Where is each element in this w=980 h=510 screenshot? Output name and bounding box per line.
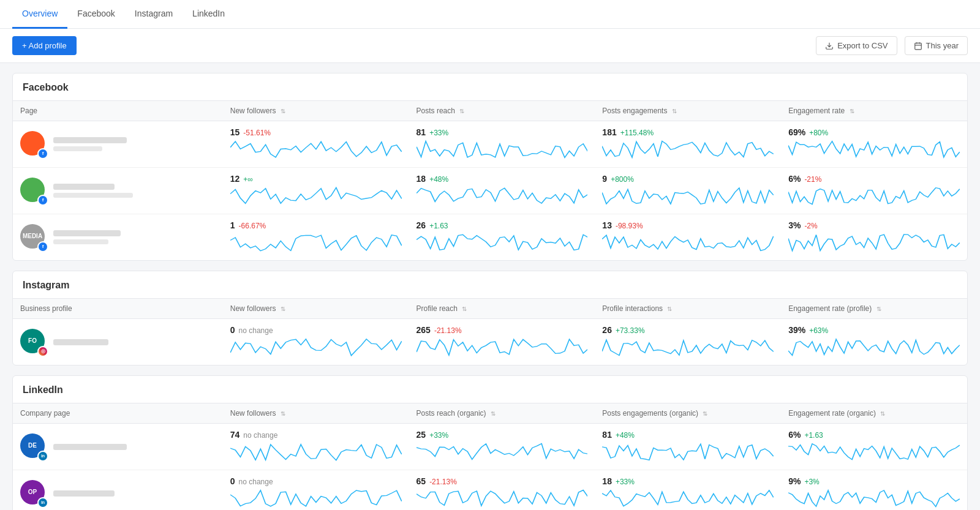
metric-value: 1 xyxy=(230,220,235,230)
linkedin-badge: in xyxy=(37,451,48,462)
metric-cell: 0 no change xyxy=(230,325,402,359)
metric-cell: 1 -66.67% xyxy=(230,220,402,254)
metric-top: 12 +∞ xyxy=(230,174,402,184)
profile-cell[interactable]: f xyxy=(20,178,216,204)
metric-value: 18 xyxy=(417,174,426,184)
export-csv-button[interactable]: Export to CSV xyxy=(816,36,897,55)
sparkline-container xyxy=(230,140,402,161)
metric-change: +48% xyxy=(429,175,448,184)
avatar-wrap: FO ◎ xyxy=(20,329,47,356)
toolbar-right: Export to CSV This year xyxy=(816,36,968,55)
metric-top: 1 -66.67% xyxy=(230,220,402,230)
avatar-wrap: f xyxy=(20,131,47,158)
linkedin-col-engagement-rate[interactable]: Engagement rate (organic) ⇅ xyxy=(781,403,967,424)
sparkline-container xyxy=(417,186,588,208)
metric-value: 0 xyxy=(230,325,235,335)
metric-top: 0 no change xyxy=(230,476,402,486)
instagram-col-reach[interactable]: Profile reach ⇅ xyxy=(409,299,595,319)
sparkline-container xyxy=(788,442,960,463)
profile-cell-td: OP in xyxy=(13,470,223,511)
metric-cell-2: 181 +115.48% xyxy=(595,121,781,168)
metric-value: 81 xyxy=(417,127,426,137)
facebook-badge: f xyxy=(37,195,48,206)
facebook-col-engagements[interactable]: Posts engagements ⇅ xyxy=(595,101,781,121)
instagram-col-engagement-rate[interactable]: Engagement rate (profile) ⇅ xyxy=(781,299,967,319)
toolbar: + Add profile Export to CSV This year xyxy=(0,29,980,63)
metric-cell-3: 39% +63% xyxy=(781,319,967,366)
tab-linkedin[interactable]: LinkedIn xyxy=(183,0,235,29)
metric-top: 6% -21% xyxy=(788,174,960,184)
date-range-button[interactable]: This year xyxy=(905,36,968,55)
tab-overview[interactable]: Overview xyxy=(12,0,67,29)
linkedin-col-reach[interactable]: Posts reach (organic) ⇅ xyxy=(409,403,595,424)
sparkline-container xyxy=(417,140,588,161)
metric-cell-3: 6% -21% xyxy=(781,168,967,214)
metric-value: 9 xyxy=(602,174,607,184)
profile-name-block xyxy=(53,230,121,244)
metric-cell-0: 74 no change xyxy=(223,424,409,470)
profile-cell[interactable]: OP in xyxy=(20,480,216,507)
metric-cell-1: 265 -21.13% xyxy=(409,319,595,366)
instagram-badge: ◎ xyxy=(37,346,48,357)
metric-cell: 39% +63% xyxy=(788,325,960,359)
profile-url-bar xyxy=(53,193,133,198)
tab-facebook[interactable]: Facebook xyxy=(67,0,124,29)
profile-cell[interactable]: DE in xyxy=(20,433,216,460)
tab-instagram[interactable]: Instagram xyxy=(125,0,183,29)
metric-cell: 26 +1.63 xyxy=(417,220,588,254)
instagram-section-title: Instagram xyxy=(13,271,967,299)
facebook-col-engagement-rate[interactable]: Engagement rate ⇅ xyxy=(781,101,967,121)
sparkline-container xyxy=(417,442,588,463)
top-navigation: Overview Facebook Instagram LinkedIn xyxy=(0,0,980,29)
profile-cell[interactable]: MEDIA f xyxy=(20,224,216,251)
profile-name-bar xyxy=(53,490,115,497)
linkedin-section-title: LinkedIn xyxy=(13,376,967,403)
metric-value: 181 xyxy=(602,127,616,137)
metric-change: no change xyxy=(239,326,273,335)
facebook-col-reach[interactable]: Posts reach ⇅ xyxy=(409,101,595,121)
profile-name-bar xyxy=(53,444,127,450)
profile-cell-td: FO ◎ xyxy=(13,319,223,366)
facebook-badge: f xyxy=(37,241,48,252)
metric-cell: 26 +73.33% xyxy=(602,325,774,359)
sort-icon: ⇅ xyxy=(281,410,285,417)
metric-cell-0: 0 no change xyxy=(223,470,409,511)
facebook-col-followers[interactable]: New followers ⇅ xyxy=(223,101,409,121)
metric-cell-2: 13 -98.93% xyxy=(595,214,781,261)
profile-name-block xyxy=(53,444,127,450)
linkedin-col-engagements[interactable]: Posts engagements (organic) ⇅ xyxy=(595,403,781,424)
metric-change: +73.33% xyxy=(616,326,645,335)
instagram-section: Instagram Business profile New followers… xyxy=(12,271,968,366)
metric-cell-3: 9% +3% xyxy=(781,470,967,511)
metric-value: 15 xyxy=(230,127,240,137)
profile-cell[interactable]: FO ◎ xyxy=(20,329,216,356)
metric-change: +63% xyxy=(809,326,828,335)
metric-cell: 13 -98.93% xyxy=(602,220,774,254)
table-row: f 15 -51.61% 81 +33% xyxy=(13,121,967,168)
metric-cell: 265 -21.13% xyxy=(417,325,588,359)
sort-icon: ⇅ xyxy=(281,306,285,312)
metric-cell: 81 +33% xyxy=(417,127,588,161)
metric-cell-1: 65 -21.13% xyxy=(409,470,595,511)
metric-value: 12 xyxy=(230,174,240,184)
sparkline-container xyxy=(230,442,402,463)
metric-value: 25 xyxy=(417,430,426,440)
add-profile-button[interactable]: + Add profile xyxy=(12,36,77,55)
sort-icon: ⇅ xyxy=(880,410,885,417)
profile-cell[interactable]: f xyxy=(20,131,216,158)
metric-cell-1: 18 +48% xyxy=(409,168,595,214)
linkedin-col-followers[interactable]: New followers ⇅ xyxy=(223,403,409,424)
sort-icon: ⇅ xyxy=(281,108,285,114)
facebook-section-title: Facebook xyxy=(13,73,967,101)
profile-name-bar xyxy=(53,339,108,345)
sort-icon: ⇅ xyxy=(462,306,467,312)
avatar-wrap: MEDIA f xyxy=(20,224,47,251)
metric-cell: 18 +48% xyxy=(417,174,588,208)
metric-top: 9% +3% xyxy=(788,476,960,486)
instagram-col-interactions[interactable]: Profile interactions ⇅ xyxy=(595,299,781,319)
metric-cell-3: 3% -2% xyxy=(781,214,967,261)
sparkline-container xyxy=(230,186,402,208)
instagram-col-followers[interactable]: New followers ⇅ xyxy=(223,299,409,319)
sparkline-container xyxy=(417,489,588,510)
sort-icon: ⇅ xyxy=(459,108,464,114)
